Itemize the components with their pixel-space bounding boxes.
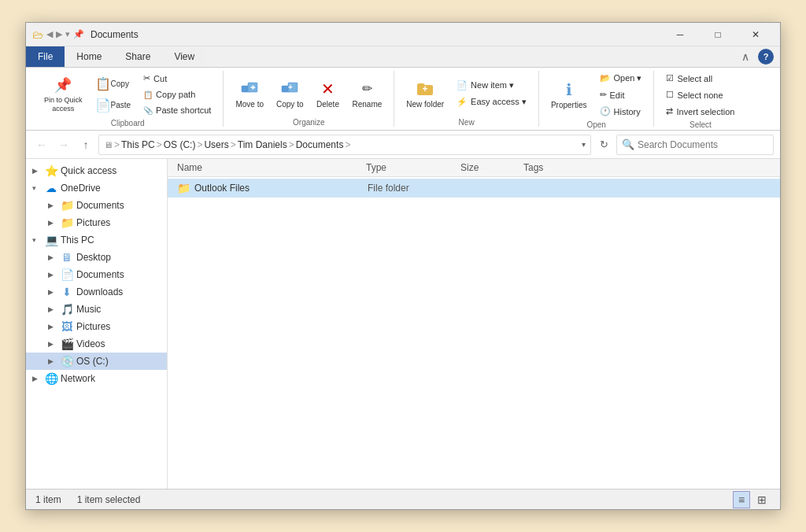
col-name[interactable]: Name <box>177 162 366 173</box>
cut-button[interactable]: ✂ Cut <box>138 71 216 86</box>
rename-icon: ✏ <box>357 79 376 98</box>
file-explorer-window: 🗁 ◀ ▶ ▾ 📌 Documents ─ □ ✕ File Home Shar… <box>25 22 781 510</box>
thispc-label: This PC <box>61 235 161 246</box>
music-icon: 🎵 <box>61 303 73 316</box>
downloads-icon: ⬇ <box>61 286 73 298</box>
easy-access-icon: ⚡ <box>457 97 468 107</box>
downloads-arrow: ▶ <box>48 288 57 296</box>
sidebar-item-music[interactable]: ▶ 🎵 Music <box>26 301 167 318</box>
new-folder-button[interactable]: + New folder <box>401 76 449 113</box>
search-input[interactable] <box>638 139 768 150</box>
status-bar: 1 item 1 item selected ≡ ⊞ <box>26 489 780 509</box>
onedrive-label: OneDrive <box>61 183 161 194</box>
forward-button[interactable]: → <box>54 135 73 154</box>
view-controls: ≡ ⊞ <box>733 491 771 508</box>
pin-icon: 📌 <box>73 29 84 39</box>
move-to-icon <box>240 79 259 98</box>
network-arrow: ▶ <box>32 375 42 382</box>
osc-icon: 💿 <box>61 355 73 368</box>
sidebar-item-documents-od[interactable]: ▶ 📁 Documents <box>26 197 167 214</box>
pictures-pc-label: Pictures <box>76 321 161 332</box>
network-icon: 🌐 <box>45 372 57 385</box>
tab-share[interactable]: Share <box>113 46 162 67</box>
breadcrumb-bar[interactable]: 🖥 > This PC > OS (C:) > Users > Tim Dani… <box>98 135 591 155</box>
breadcrumb-users[interactable]: Users <box>204 139 228 150</box>
sidebar-item-videos[interactable]: ▶ 🎬 Videos <box>26 335 167 353</box>
maximize-button[interactable]: □ <box>700 23 736 46</box>
videos-arrow: ▶ <box>48 340 57 348</box>
breadcrumb-timdaniels[interactable]: Tim Daniels <box>238 139 287 150</box>
minimize-button[interactable]: ─ <box>662 23 698 46</box>
col-tags[interactable]: Tags <box>523 162 586 173</box>
sidebar-item-thispc[interactable]: ▾ 💻 This PC <box>26 231 167 249</box>
move-to-button[interactable]: Move to <box>230 76 269 113</box>
sidebar-item-downloads[interactable]: ▶ ⬇ Downloads <box>26 283 167 301</box>
refresh-button[interactable]: ↻ <box>594 135 613 154</box>
easy-access-button[interactable]: ⚡ Easy access ▾ <box>451 94 532 109</box>
paste-button[interactable]: 📄 Paste <box>90 95 137 115</box>
clipboard-actions: ✂ Cut 📋 Copy path 📎 Paste shortcut <box>138 71 216 117</box>
copy-to-button[interactable]: + Copy to <box>271 76 309 113</box>
ribbon-collapse-button[interactable]: ∧ <box>736 47 755 66</box>
history-button[interactable]: 🕐 History <box>594 104 648 119</box>
music-label: Music <box>76 304 161 315</box>
sidebar-item-pictures-pc[interactable]: ▶ 🖼 Pictures <box>26 318 167 335</box>
tab-view[interactable]: View <box>162 46 206 67</box>
pin-to-quick-button[interactable]: 📌 Pin to Quickaccess <box>39 72 88 117</box>
tab-home[interactable]: Home <box>65 46 113 67</box>
copy-path-button[interactable]: 📋 Copy path <box>138 87 216 102</box>
delete-button[interactable]: ✕ Delete <box>310 76 345 113</box>
selected-count: 1 item selected <box>77 494 141 505</box>
sidebar-item-onedrive[interactable]: ▾ ☁ OneDrive <box>26 179 167 197</box>
clipboard-group-label: Clipboard <box>111 117 145 127</box>
rename-button[interactable]: ✏ Rename <box>346 76 387 113</box>
pictures-pc-icon: 🖼 <box>61 320 73 333</box>
properties-button[interactable]: ℹ Properties <box>545 76 593 113</box>
sidebar-item-quick-access[interactable]: ▶ ⭐ Quick access <box>26 162 167 179</box>
sidebar-item-osc[interactable]: ▶ 💿 OS (C:) <box>26 353 167 370</box>
tab-file[interactable]: File <box>26 46 65 67</box>
col-size[interactable]: Size <box>460 162 523 173</box>
title-controls: ─ □ ✕ <box>662 23 774 46</box>
breadcrumb-osc[interactable]: OS (C:) <box>164 139 196 150</box>
close-button[interactable]: ✕ <box>738 23 774 46</box>
open-button[interactable]: 📂 Open ▾ <box>594 71 648 86</box>
up-button[interactable]: ↑ <box>76 135 95 154</box>
breadcrumb-dropdown-arrow[interactable]: ▾ <box>582 140 586 149</box>
title-bar: 🗁 ◀ ▶ ▾ 📌 Documents ─ □ ✕ <box>26 23 780 46</box>
down-arrow-small: ▾ <box>65 29 70 39</box>
select-none-button[interactable]: ☐ Select none <box>660 87 740 102</box>
breadcrumb-documents[interactable]: Documents <box>296 139 344 150</box>
ribbon-group-organize: Move to + Copy to ✕ Delete <box>224 71 394 127</box>
new-item-button[interactable]: 📄 New item ▾ <box>451 78 532 93</box>
paste-icon: 📄 <box>95 98 111 113</box>
quick-access-arrow: ▶ <box>32 167 42 175</box>
file-header: Name Type Size Tags <box>168 159 780 177</box>
paste-shortcut-button[interactable]: 📎 Paste shortcut <box>138 103 216 117</box>
large-icons-view-button[interactable]: ⊞ <box>753 491 771 508</box>
select-all-button[interactable]: ☑ Select all <box>660 71 740 86</box>
help-button[interactable]: ? <box>758 49 774 65</box>
details-view-button[interactable]: ≡ <box>733 491 750 508</box>
title-bar-icons: 🗁 ◀ ▶ ▾ 📌 <box>32 28 84 41</box>
pictures-od-label: Pictures <box>76 217 161 228</box>
outlook-folder-icon: 📁 <box>177 182 190 194</box>
new-group-label: New <box>459 116 475 127</box>
copy-icon: 📋 <box>95 76 111 91</box>
copy-button[interactable]: 📋 Copy <box>90 74 137 94</box>
sidebar-item-network[interactable]: ▶ 🌐 Network <box>26 370 167 387</box>
copy-path-icon: 📋 <box>143 91 153 99</box>
thispc-arrow: ▾ <box>32 236 42 244</box>
back-button[interactable]: ← <box>32 135 51 154</box>
invert-selection-button[interactable]: ⇄ Invert selection <box>660 104 740 119</box>
onedrive-arrow: ▾ <box>32 184 42 192</box>
ribbon-select-items: ☑ Select all ☐ Select none ⇄ Invert sele… <box>660 71 740 119</box>
breadcrumb-thispc[interactable]: This PC <box>121 139 155 150</box>
sidebar-item-documents-pc[interactable]: ▶ 📄 Documents <box>26 266 167 283</box>
pictures-od-arrow: ▶ <box>48 219 57 227</box>
file-item-outlook[interactable]: 📁 Outlook Files File folder <box>168 179 780 198</box>
edit-button[interactable]: ✏ Edit <box>594 87 648 102</box>
col-type[interactable]: Type <box>366 162 460 173</box>
sidebar-item-pictures-od[interactable]: ▶ 📁 Pictures <box>26 214 167 231</box>
sidebar-item-desktop[interactable]: ▶ 🖥 Desktop <box>26 249 167 266</box>
